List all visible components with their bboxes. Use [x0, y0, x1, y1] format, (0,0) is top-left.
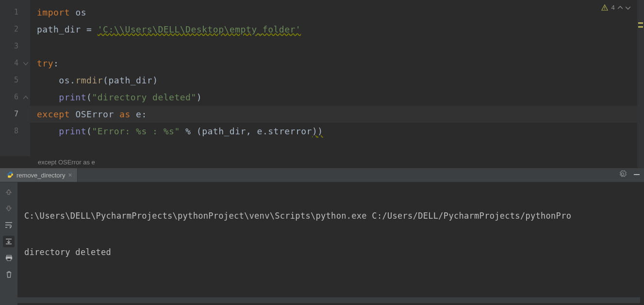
soft-wrap-icon[interactable] — [3, 219, 15, 231]
fold-column — [23, 0, 30, 156]
gutter: 1 2 3 4 5 6 7 8 — [0, 0, 23, 156]
up-arrow-icon[interactable] — [3, 186, 15, 198]
print-icon[interactable] — [3, 252, 15, 264]
fold-handle[interactable] — [23, 55, 30, 72]
close-icon[interactable]: × — [68, 171, 72, 179]
chevron-down-icon[interactable] — [626, 5, 630, 10]
line-number[interactable]: 1 — [0, 4, 18, 21]
code-area[interactable]: 1 2 3 4 5 6 7 8 import os path_ — [0, 0, 644, 156]
line-number[interactable]: 4 — [0, 55, 18, 72]
minimize-icon[interactable] — [633, 171, 640, 180]
code-text[interactable]: import os path_dir = 'C:\\Users\DELL\Des… — [30, 0, 644, 156]
gear-icon[interactable] — [619, 170, 627, 180]
console-output[interactable]: C:\Users\DELL\PycharmProjects\pythonProj… — [17, 182, 644, 305]
line-number[interactable]: 3 — [0, 38, 18, 55]
svg-rect-5 — [7, 258, 11, 261]
run-pane: C:\Users\DELL\PycharmProjects\pythonProj… — [0, 182, 644, 305]
console-line: directory deleted — [24, 244, 644, 261]
line-number[interactable]: 5 — [0, 72, 18, 89]
line-number[interactable]: 2 — [0, 21, 18, 38]
horizontal-scrollbar[interactable] — [17, 297, 640, 303]
console-line: C:\Users\DELL\PycharmProjects\pythonProj… — [24, 208, 644, 225]
inspection-count: 4 — [611, 4, 615, 11]
editor-pane: 1 2 3 4 5 6 7 8 import os path_ — [0, 0, 644, 168]
trash-icon[interactable] — [3, 269, 15, 280]
down-arrow-icon[interactable] — [3, 203, 15, 214]
run-toolbar — [0, 182, 17, 305]
line-number[interactable]: 6 — [0, 89, 18, 106]
svg-rect-2 — [634, 174, 640, 175]
fold-handle[interactable] — [23, 89, 30, 106]
console-line — [24, 280, 644, 297]
chevron-up-icon[interactable] — [618, 5, 623, 10]
warning-icon — [601, 4, 608, 11]
svg-rect-0 — [605, 6, 605, 8]
python-icon — [7, 171, 14, 179]
run-tabs-row: remove_directory × — [0, 168, 644, 182]
svg-rect-3 — [6, 255, 11, 257]
marker-stripe[interactable] — [637, 0, 644, 156]
svg-rect-1 — [605, 9, 605, 9]
breadcrumb[interactable]: except OSError as e — [0, 156, 644, 168]
run-tab-label: remove_directory — [17, 172, 65, 179]
line-number[interactable]: 7 — [0, 106, 18, 123]
scroll-to-end-icon[interactable] — [3, 236, 15, 247]
run-tab[interactable]: remove_directory × — [0, 168, 78, 182]
inspection-widget[interactable]: 4 — [601, 4, 630, 11]
line-number[interactable]: 8 — [0, 123, 18, 140]
